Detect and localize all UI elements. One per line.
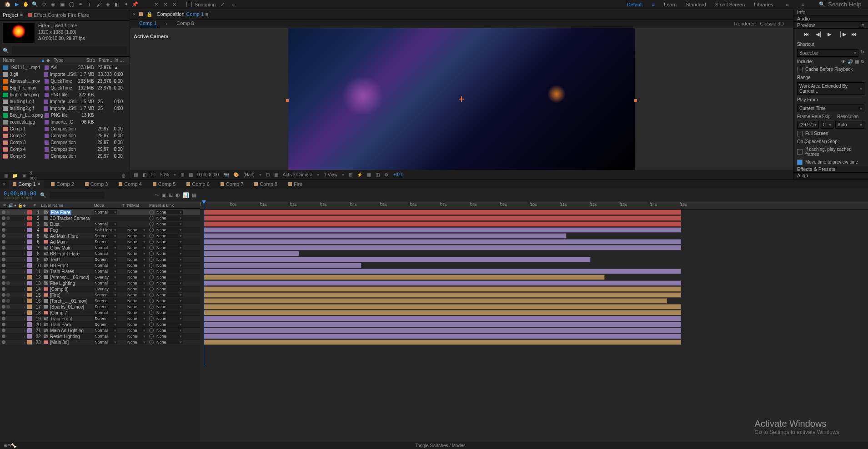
asset-row[interactable]: 3.gif Importe...iStill 1.7 MB 33.333 0:0… (0, 71, 130, 78)
last-frame-icon[interactable]: ⏭ (851, 31, 858, 38)
pickwhip-icon[interactable] (149, 228, 154, 232)
reset-exposure-icon[interactable]: ⚙ (384, 172, 388, 177)
timeline-tracks[interactable] (200, 210, 868, 442)
layer-row[interactable]: › 9 Text1 Screen None None (0, 257, 200, 263)
delete-icon[interactable]: 🗑 (120, 172, 127, 179)
pickwhip-icon[interactable] (149, 234, 154, 238)
timeline-clip[interactable] (204, 245, 681, 250)
snapping-checkbox[interactable] (186, 2, 192, 7)
workspace-learn[interactable]: Learn (664, 2, 677, 7)
subtab-comp8[interactable]: Comp 8 (176, 20, 194, 27)
timeline-ruler[interactable]: f00s01s02s03s04s05s06s07s08s09s10s11s12s… (200, 202, 868, 210)
timeline-clip[interactable] (204, 215, 681, 221)
timeline-clip[interactable] (204, 316, 681, 321)
layer-row[interactable]: › 13 Fire Lighting Normal None None (0, 280, 200, 286)
composition-viewer[interactable]: Active Camera (130, 28, 793, 170)
timeline-tab[interactable]: Comp 1 ≡ (9, 180, 44, 189)
pickwhip-icon[interactable] (149, 222, 154, 226)
quality-dropdown[interactable]: (Half) (243, 172, 254, 177)
layer-row[interactable]: › 15 [Fire] Screen None None (0, 292, 200, 298)
include-overlay-icon[interactable]: ▦ (855, 59, 859, 64)
loop-icon[interactable]: ↻ (861, 59, 864, 64)
asset-row[interactable]: building2.gif Importe...iStill 1.7 MB 25… (0, 105, 130, 112)
layer-row[interactable]: › 16 [Torch_..._01.mov] Screen None None (0, 298, 200, 304)
view-camera-dropdown[interactable]: Active Camera (283, 172, 313, 177)
shortcut-dropdown[interactable]: Spacebar (797, 49, 858, 57)
snap-expand-icon[interactable]: ⤢ (219, 0, 227, 9)
asset-row[interactable]: bigbrother.png PNG file 322 KB (0, 91, 130, 98)
timeline-clip[interactable] (204, 269, 681, 274)
axis-view-icon[interactable]: ⤩ (170, 0, 178, 9)
fast-preview-icon[interactable]: ⚡ (357, 172, 362, 177)
project-search-input[interactable] (12, 46, 127, 55)
layer-row[interactable]: › 5 Ad Main Flare Screen None None (0, 233, 200, 239)
timeline-clip[interactable] (204, 298, 667, 304)
pickwhip-icon[interactable] (149, 251, 154, 256)
pickwhip-icon[interactable] (149, 316, 154, 321)
layer-row[interactable]: › 14 [Comp 8] Overlay None None (0, 286, 200, 292)
close-tab-icon[interactable]: × (3, 181, 5, 187)
resolution-dropdown[interactable]: Auto (835, 121, 864, 129)
selection-tool-icon[interactable]: ▶ (13, 0, 21, 9)
timeline-clip[interactable] (204, 286, 681, 292)
alpha-icon[interactable]: ▦ (134, 172, 138, 177)
panel-align[interactable]: Align (793, 173, 868, 179)
panel-preview[interactable]: Preview≡ (793, 22, 868, 28)
asset-row[interactable]: Comp 3 Composition 29.97 0;00 (0, 139, 130, 146)
timecode-display[interactable]: 0;00;00;00 (197, 172, 219, 177)
timeline-clip[interactable] (204, 233, 567, 239)
range-dropdown[interactable]: Work Area Extended By Current... (797, 82, 864, 95)
layer-row[interactable]: › 1 Fire Flare Normal None (0, 210, 200, 215)
panel-info[interactable]: Info (793, 9, 868, 15)
pickwhip-icon[interactable] (149, 328, 154, 333)
timeline-clip[interactable] (204, 339, 681, 345)
pickwhip-icon[interactable] (149, 257, 154, 262)
timeline-clip[interactable] (204, 334, 681, 339)
fullscreen-checkbox[interactable] (797, 131, 803, 136)
show-snapshot-icon[interactable]: 🎨 (233, 172, 239, 177)
hand-tool-icon[interactable]: ✋ (22, 0, 30, 9)
timeline-clip[interactable] (204, 227, 681, 233)
timeline-clip[interactable] (204, 292, 681, 298)
pickwhip-icon[interactable] (149, 263, 154, 268)
skip-dropdown[interactable]: 0 (821, 121, 833, 129)
timeline-clip[interactable] (204, 274, 605, 280)
play-from-dropdown[interactable]: Current Time (797, 105, 864, 112)
collapse-icon[interactable]: ⊖ (7, 443, 11, 448)
clone-tool-icon[interactable]: ◈ (104, 0, 112, 9)
pickwhip-icon[interactable] (149, 334, 154, 339)
tab-project[interactable]: Project ≡ (3, 12, 23, 18)
layer-row[interactable]: › 4 Fog Soft Light None None (0, 227, 200, 233)
axis-local-icon[interactable]: ⤧ (152, 0, 160, 9)
layer-row[interactable]: › 3 Dust Normal None (0, 221, 200, 227)
pickwhip-icon[interactable] (149, 287, 154, 291)
layer-row[interactable]: › 21 Main Ad Lighting Normal None None (0, 328, 200, 334)
resolution-icon[interactable]: ⊞ (181, 172, 184, 177)
include-video-icon[interactable]: 👁 (841, 59, 846, 64)
pickwhip-icon[interactable] (149, 275, 154, 279)
layer-row[interactable]: › 22 Resist Lighting Normal None None (0, 334, 200, 339)
pickwhip-icon[interactable] (149, 310, 154, 315)
grid-icon[interactable]: ▦ (274, 172, 278, 177)
pickwhip-icon[interactable] (149, 304, 154, 309)
zoom-dropdown[interactable]: 50% (160, 172, 169, 177)
timeline-icon[interactable]: ▦ (367, 172, 371, 177)
asset-row[interactable]: Comp 5 Composition 29.97 0;00 (0, 153, 130, 160)
views-dropdown[interactable]: 1 View (324, 172, 337, 177)
pickwhip-icon[interactable] (149, 245, 154, 250)
timeline-clip[interactable] (204, 304, 681, 309)
workspace-default[interactable]: Default (627, 2, 643, 7)
asset-row[interactable]: building1.gif Importe...iStill 1.5 MB 25… (0, 98, 130, 105)
pickwhip-icon[interactable] (149, 281, 154, 285)
reset-icon[interactable]: ↻ (860, 49, 864, 57)
asset-row[interactable]: Buy_n_L...o.png PNG file 13 KB (0, 112, 130, 119)
frame-blend-icon[interactable]: ⊞ (169, 192, 173, 198)
panel-effects[interactable]: Effects & Presets (793, 166, 868, 173)
timeline-tab[interactable]: Comp 8 (251, 180, 281, 189)
pickwhip-icon[interactable] (149, 322, 154, 327)
transparency-icon[interactable]: ▩ (189, 172, 193, 177)
region-icon[interactable]: ⊡ (266, 172, 270, 177)
asset-row[interactable]: Comp 2 Composition 29.97 0;00 (0, 132, 130, 139)
camera-tool-icon[interactable]: ▣ (58, 0, 66, 9)
bpc-toggle[interactable]: 8 bpc (30, 172, 36, 179)
